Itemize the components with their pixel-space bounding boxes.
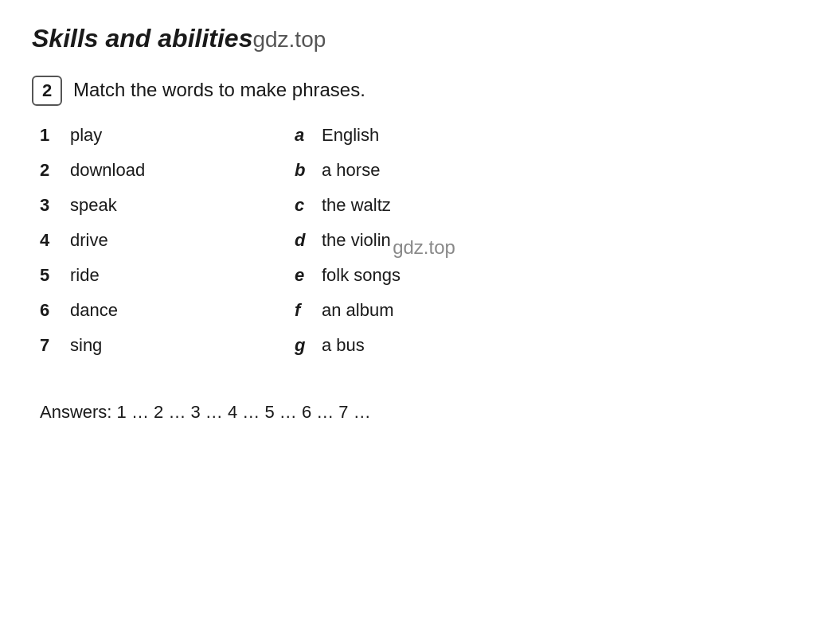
- right-item: c the waltz: [295, 195, 549, 216]
- right-item: f an album: [295, 300, 549, 321]
- right-column: a English b a horse c the waltz d the vi…: [295, 125, 549, 370]
- right-item-label: c: [295, 195, 315, 216]
- left-item-word: download: [70, 160, 145, 181]
- right-item-word: a horse: [322, 160, 380, 181]
- exercise-number-box: 2: [32, 76, 62, 106]
- left-item-number: 3: [40, 195, 64, 216]
- page-container: Skills and abilitiesgdz.top 2 Match the …: [32, 24, 808, 423]
- right-item: e folk songs: [295, 265, 549, 286]
- left-item-word: sing: [70, 335, 102, 356]
- left-item-number: 2: [40, 160, 64, 181]
- left-item-number: 7: [40, 335, 64, 356]
- exercise-instruction: Match the words to make phrases.: [73, 76, 365, 101]
- right-item: d the violin: [295, 230, 549, 251]
- left-item-number: 6: [40, 300, 64, 321]
- right-item-word: English: [322, 125, 379, 146]
- left-item: 5 ride: [40, 265, 295, 286]
- right-item-label: g: [295, 335, 315, 356]
- left-item-number: 5: [40, 265, 64, 286]
- right-item-label: e: [295, 265, 315, 286]
- right-item-word: folk songs: [322, 265, 400, 286]
- right-item-label: b: [295, 160, 315, 181]
- exercise-row: 2 Match the words to make phrases.: [32, 76, 808, 106]
- left-column: 1 play 2 download 3 speak 4 drive 5 ride…: [40, 125, 295, 370]
- left-item: 7 sing: [40, 335, 295, 356]
- left-item-word: drive: [70, 230, 108, 251]
- page-title: Skills and abilitiesgdz.top: [32, 24, 808, 53]
- right-item-label: d: [295, 230, 315, 251]
- left-item-word: dance: [70, 300, 118, 321]
- right-item-label: a: [295, 125, 315, 146]
- right-item-word: the waltz: [322, 195, 391, 216]
- left-item: 1 play: [40, 125, 295, 146]
- left-item-number: 4: [40, 230, 64, 251]
- left-item: 3 speak: [40, 195, 295, 216]
- right-item: b a horse: [295, 160, 549, 181]
- left-item: 6 dance: [40, 300, 295, 321]
- left-item: 4 drive: [40, 230, 295, 251]
- left-item-word: speak: [70, 195, 117, 216]
- left-item-word: ride: [70, 265, 100, 286]
- title-watermark: gdz.top: [252, 27, 326, 52]
- left-item-number: 1: [40, 125, 64, 146]
- right-item: g a bus: [295, 335, 549, 356]
- right-item-label: f: [295, 300, 315, 321]
- matching-section: 1 play 2 download 3 speak 4 drive 5 ride…: [40, 125, 808, 370]
- answers-row: Answers: 1 … 2 … 3 … 4 … 5 … 6 … 7 …: [40, 402, 808, 423]
- right-item-word: the violin: [322, 230, 391, 251]
- left-item-word: play: [70, 125, 102, 146]
- left-item: 2 download: [40, 160, 295, 181]
- right-item-word: a bus: [322, 335, 365, 356]
- right-item: a English: [295, 125, 549, 146]
- title-text: Skills and abilities: [32, 24, 252, 53]
- right-item-word: an album: [322, 300, 394, 321]
